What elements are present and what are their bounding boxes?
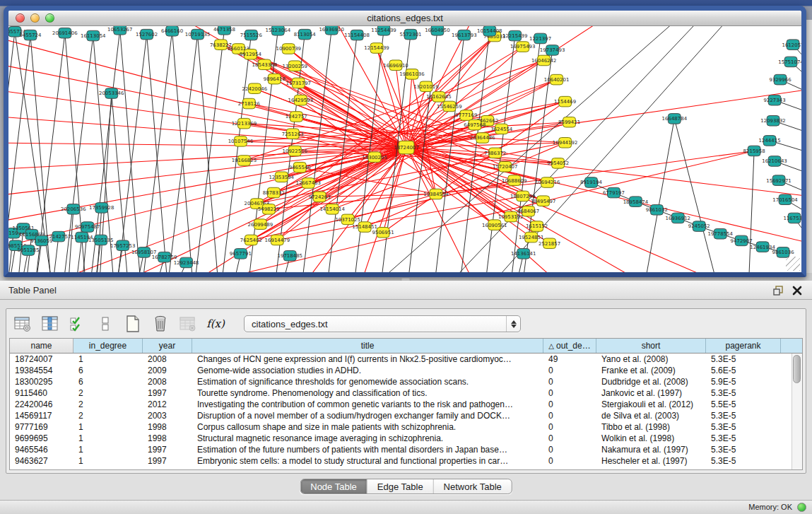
table-row[interactable]: 1872400712008Changes of HCN gene express…	[10, 354, 792, 365]
tab-node-table[interactable]: Node Table	[300, 479, 367, 493]
column-header-name[interactable]: name	[10, 339, 73, 353]
graph-node-label: 22420046	[242, 86, 268, 92]
cell-pagerank: 5.3E-5	[706, 387, 781, 399]
cell-title: Structural magnetic resonance image aver…	[192, 433, 543, 444]
scrollbar-thumb[interactable]	[793, 355, 801, 383]
graph-node-label: 13505135	[88, 238, 114, 243]
graph-node-label: 10154408	[477, 28, 502, 34]
sort-ascending-icon: △	[548, 342, 554, 350]
column-header-title[interactable]: title	[192, 339, 543, 353]
network-window-titlebar[interactable]: citations_edges.txt	[8, 11, 801, 26]
graph-node-label: 1154469	[554, 99, 576, 105]
graph-node-label: 15123064	[266, 28, 291, 33]
graph-node-label: 9329966	[770, 77, 792, 83]
cell-short: Hescheler et al. (1997)	[596, 455, 706, 467]
float-panel-icon[interactable]	[772, 284, 785, 297]
function-builder-icon[interactable]: f(x)	[206, 315, 225, 333]
new-table-icon[interactable]	[124, 315, 142, 333]
table-row[interactable]: 1830029562008Estimation of significance …	[10, 376, 792, 387]
graph-node-label: 16648784	[662, 116, 688, 122]
column-header-short[interactable]: short	[596, 339, 706, 353]
graph-node-label: 16782759	[152, 255, 177, 260]
window-resize-grip[interactable]	[786, 257, 800, 271]
cell-year: 2008	[143, 354, 192, 365]
column-header-label: out_de…	[556, 341, 591, 351]
column-header-label: in_degree	[89, 341, 126, 351]
table-row[interactable]: 969969511998Structural magnetic resonanc…	[10, 433, 792, 444]
cell-title: Tourette syndrome. Phenomenology and cla…	[192, 387, 543, 399]
graph-node-label: 16936910	[319, 27, 344, 33]
cell-name: 18724007	[10, 354, 73, 365]
select-all-rows-icon[interactable]	[69, 315, 87, 333]
table-row[interactable]: 2242004622012Investigating the contribut…	[10, 399, 792, 410]
table-row[interactable]: 911546021997Tourette syndrome. Phenomeno…	[10, 387, 792, 399]
cell-name: 9699695	[10, 433, 73, 444]
graph-node-label: 19861036	[399, 71, 425, 77]
column-header-label: name	[30, 341, 52, 351]
graph-node-label: 12461934	[750, 245, 775, 250]
table-row[interactable]: 1938455462009Genome-wide association stu…	[10, 365, 792, 376]
cell-in_degree: 6	[73, 376, 143, 387]
graph-node-label: 8919194	[580, 180, 602, 186]
table-row[interactable]: 1456911722003Disruption of a novel membe…	[10, 410, 792, 421]
close-panel-icon[interactable]	[791, 284, 804, 297]
delete-entries-icon[interactable]	[151, 315, 170, 333]
graph-node-label: 19524851	[519, 235, 544, 240]
column-header-in_degree[interactable]: in_degree	[73, 339, 143, 353]
graph-node-label: 1242757	[286, 114, 307, 119]
graph-node-label: 6497568	[464, 122, 486, 128]
cell-pagerank: 5.9E-5	[706, 376, 781, 387]
cell-short: de Silva et al. (2003)	[596, 410, 706, 421]
column-header-pagerank[interactable]: pagerank	[706, 339, 781, 353]
cell-year: 2009	[143, 365, 192, 376]
graph-node-label: 19778554	[707, 231, 733, 237]
graph-node-label: 19613793	[452, 33, 477, 38]
cell-pagerank: 5.5E-5	[706, 399, 781, 410]
table-panel-titlebar: Table Panel	[0, 281, 812, 300]
graph-node-label: 20691406	[52, 30, 78, 36]
table-type-tabs: Node TableEdge TableNetwork Table	[300, 479, 512, 494]
table-selector-dropdown[interactable]: citations_edges.txt	[244, 315, 521, 332]
column-header-year[interactable]: year	[143, 339, 192, 353]
network-view-window[interactable]: citations_edges.txt 18724007763822786601…	[4, 6, 806, 277]
graph-node-label: 90975487	[75, 225, 100, 230]
graph-node-label: 7251263	[282, 132, 304, 137]
column-header-label: pagerank	[725, 341, 760, 351]
graph-node-label: 19166825	[232, 158, 257, 164]
cell-pagerank: 5.3E-5	[706, 410, 781, 421]
cell-out_de: 0	[543, 433, 596, 444]
cell-title: Embryonic stem cells: a model to study s…	[192, 455, 543, 467]
graph-node-label: 9465546	[289, 165, 311, 170]
status-bar: Memory: OK	[0, 500, 812, 514]
cell-pagerank: 5.3E-5	[706, 433, 781, 444]
cell-out_de: 0	[543, 365, 596, 376]
graph-node-label: 11254439	[371, 28, 396, 33]
network-window-title: citations_edges.txt	[8, 13, 801, 23]
clear-selection-icon[interactable]	[96, 315, 114, 333]
cell-year: 1998	[143, 421, 192, 433]
graph-node-label: 8599421	[558, 119, 580, 125]
cell-year: 2003	[143, 410, 192, 421]
tab-network-table[interactable]: Network Table	[434, 479, 512, 493]
graph-node-label: 6779197	[603, 190, 625, 196]
cell-in_degree: 1	[73, 421, 143, 433]
graph-node-label: 15751074	[778, 59, 801, 65]
cell-name: 14569117	[10, 410, 73, 421]
table-settings-icon[interactable]	[13, 315, 32, 333]
graph-node-label: 12353594	[269, 175, 295, 180]
graph-node-label: 17359928	[89, 205, 114, 211]
cell-short: Nakamura et al. (1997)	[596, 444, 706, 455]
table-vertical-scrollbar[interactable]	[792, 354, 802, 469]
graph-node-label: 26099489	[248, 222, 273, 228]
network-canvas[interactable]: 1872400776382278660123891295418543368989…	[8, 26, 801, 272]
table-row[interactable]: 946362711997Embryonic stem cells: a mode…	[10, 455, 792, 467]
select-columns-icon[interactable]	[41, 315, 59, 333]
graph-node-label: 1612057	[782, 42, 801, 48]
table-selector-value: citations_edges.txt	[245, 319, 328, 329]
column-header-out_de[interactable]: △out_de…	[543, 339, 596, 353]
graph-node-label: 2718126	[238, 101, 260, 107]
table-row[interactable]: 977716911998Corpus callosum shape and si…	[10, 421, 792, 433]
tab-edge-table[interactable]: Edge Table	[367, 479, 434, 493]
graph-node-label: 13201019	[413, 84, 439, 90]
table-row[interactable]: 946554611997Estimation of the future num…	[10, 444, 792, 455]
